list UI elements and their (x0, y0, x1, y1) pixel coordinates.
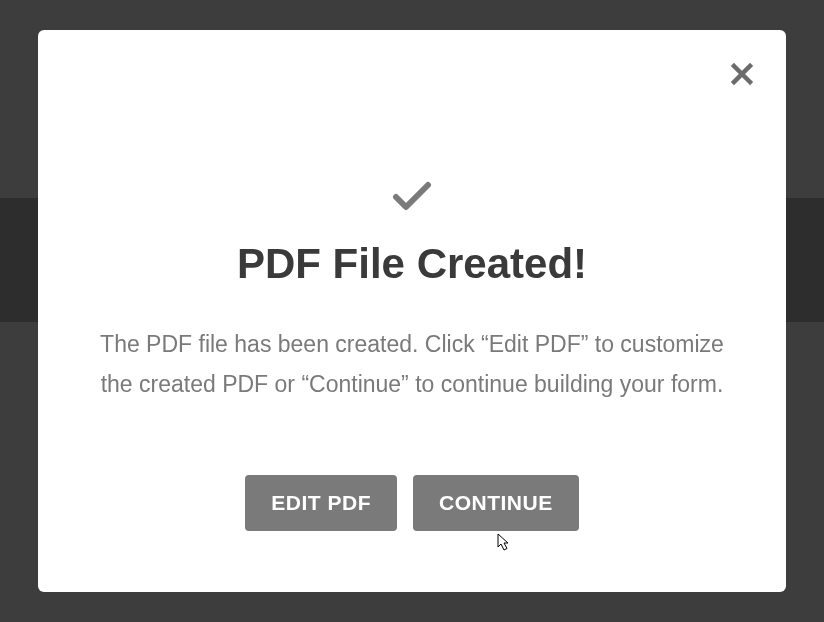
close-button[interactable] (726, 58, 758, 90)
modal-title: PDF File Created! (88, 240, 736, 288)
edit-pdf-button[interactable]: EDIT PDF (245, 475, 397, 531)
modal-button-row: EDIT PDF CONTINUE (88, 475, 736, 531)
continue-button[interactable]: CONTINUE (413, 475, 579, 531)
check-icon (88, 180, 736, 212)
pdf-created-modal: PDF File Created! The PDF file has been … (38, 30, 786, 592)
close-icon (730, 62, 754, 86)
modal-description: The PDF file has been created. Click “Ed… (88, 324, 736, 405)
